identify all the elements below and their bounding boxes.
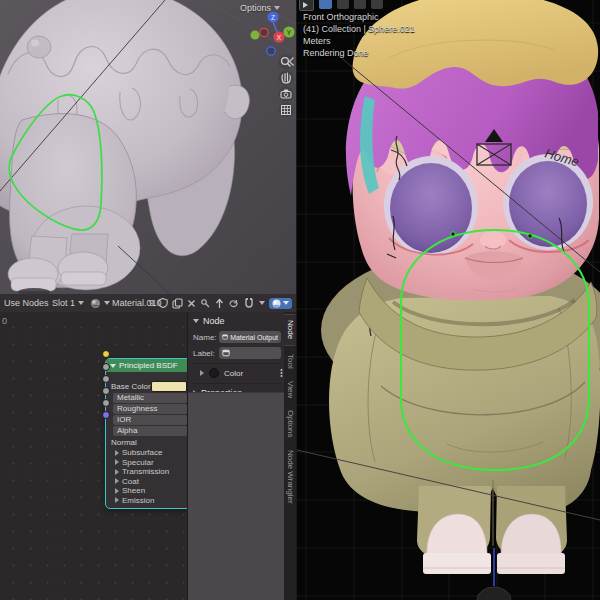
- pin-icon[interactable]: [200, 298, 211, 309]
- view-name-text: Front Orthographic: [303, 11, 415, 23]
- chevron-down-icon: [283, 301, 289, 305]
- label-row: Label:: [188, 346, 285, 360]
- tab-tool[interactable]: Tool: [284, 348, 296, 374]
- blender-window: Options Z X Y: [0, 0, 600, 600]
- material-browse-dropdown[interactable]: [90, 294, 110, 312]
- gizmo-axis-ball[interactable]: [251, 31, 260, 40]
- chevron-down-icon: [104, 301, 110, 305]
- section-coat[interactable]: Coat: [106, 477, 190, 487]
- editor-type-icon[interactable]: [299, 0, 314, 11]
- socket-alpha[interactable]: [102, 399, 110, 407]
- gizmo-y-label: Y: [287, 29, 292, 36]
- slot-dropdown[interactable]: Slot 1: [52, 294, 84, 312]
- tab-node-wrangler[interactable]: Node Wrangler: [284, 446, 296, 508]
- mode-button-active[interactable]: [319, 0, 332, 9]
- color-swatch[interactable]: [209, 368, 219, 378]
- node-panel-title: Node: [203, 316, 225, 326]
- normal-input-label: Normal: [106, 437, 190, 448]
- left-3d-viewport[interactable]: Options Z X Y: [0, 0, 296, 294]
- node-glyph-icon: [222, 333, 228, 341]
- chevron-right-icon: [115, 488, 119, 494]
- label-label: Label:: [188, 349, 219, 358]
- roughness-slider[interactable]: Roughness: [113, 404, 187, 414]
- chevron-right-icon: [115, 469, 119, 475]
- annotation-control-point[interactable]: [528, 234, 532, 238]
- chevron-down-icon[interactable]: [259, 301, 265, 305]
- socket-base-color[interactable]: [102, 350, 110, 358]
- gizmo-axis-neg-x[interactable]: [260, 28, 268, 36]
- viewport-info-overlay: Front Orthographic (41) Collection | Sph…: [303, 11, 415, 59]
- chevron-right-icon: [115, 497, 119, 503]
- tab-view[interactable]: View: [284, 377, 296, 403]
- material-sphere-icon: [90, 298, 101, 309]
- socket-metallic[interactable]: [102, 363, 110, 371]
- region-collapse-arrow-icon[interactable]: [288, 56, 295, 67]
- units-text: Meters: [303, 35, 415, 47]
- tab-options[interactable]: Options: [284, 406, 296, 442]
- alpha-label: Alpha: [117, 426, 137, 435]
- section-emission[interactable]: Emission: [106, 496, 190, 506]
- chevron-right-icon: [115, 450, 119, 456]
- node-body: Base Color Metallic Roughness IOR Alpha …: [106, 372, 190, 508]
- snap-magnet-icon[interactable]: [243, 298, 255, 309]
- rendered-character: Home: [297, 0, 600, 600]
- section-subsurface[interactable]: Subsurface: [106, 448, 190, 458]
- node-panel-header[interactable]: Node: [188, 314, 290, 328]
- section-specular[interactable]: Specular: [106, 458, 190, 468]
- node-label-field[interactable]: [219, 347, 281, 359]
- section-transmission[interactable]: Transmission: [106, 467, 190, 477]
- use-nodes-label: Use Nodes: [4, 298, 49, 308]
- socket-normal[interactable]: [102, 411, 110, 419]
- slot-label: Slot 1: [52, 298, 75, 308]
- metallic-slider[interactable]: Metallic: [113, 393, 187, 403]
- gizmo-axis-neg-z[interactable]: [267, 47, 275, 55]
- node-title: Principled BSDF: [119, 361, 178, 370]
- principled-bsdf-node[interactable]: Principled BSDF Base Color Metallic Roug…: [105, 358, 191, 509]
- alpha-slider[interactable]: Alpha: [113, 426, 187, 436]
- color-label: Color: [224, 369, 243, 378]
- chevron-right-icon: [115, 459, 119, 465]
- chevron-down-icon: [78, 301, 84, 305]
- chevron-down-icon: [193, 319, 199, 323]
- render-status-text: Rendering Done: [303, 47, 415, 59]
- render-viewport[interactable]: Home Front Orthographic (41): [297, 0, 600, 600]
- section-sheen[interactable]: Sheen: [106, 486, 190, 496]
- gizmo-z-label: Z: [271, 14, 275, 21]
- sidebar-tab-strip: Node Tool View Options Node Wrangler: [284, 312, 296, 600]
- node-name-field[interactable]: Material Output: [219, 331, 281, 343]
- fake-user-shield-icon[interactable]: [158, 297, 168, 309]
- node-header[interactable]: Principled BSDF: [106, 359, 190, 372]
- camera-view-icon[interactable]: [279, 87, 294, 102]
- base-color-swatch[interactable]: [151, 381, 187, 392]
- unlink-x-icon[interactable]: [187, 299, 196, 308]
- mode-button[interactable]: [337, 0, 349, 9]
- annotation-control-point[interactable]: [451, 232, 455, 236]
- shading-preview-button[interactable]: [269, 298, 292, 309]
- tab-node[interactable]: Node: [284, 314, 296, 346]
- socket-ior[interactable]: [102, 387, 110, 395]
- base-color-label: Base Color: [111, 382, 151, 391]
- panel-empty-area: [188, 392, 285, 600]
- duplicate-material-icon[interactable]: [172, 298, 183, 309]
- socket-roughness[interactable]: [102, 375, 110, 383]
- mode-button[interactable]: [354, 0, 366, 9]
- base-color-row[interactable]: Base Color: [106, 380, 190, 392]
- grid-ortho-icon[interactable]: [279, 103, 294, 118]
- navigation-gizmo[interactable]: Z X Y: [234, 8, 296, 60]
- name-label: Name:: [188, 333, 219, 342]
- canvas-stray-label: 0: [2, 316, 7, 326]
- cycle-arrows-icon[interactable]: [228, 298, 239, 309]
- users-count-badge[interactable]: 9: [149, 298, 154, 308]
- pan-hand-icon[interactable]: [279, 71, 294, 86]
- use-nodes-toggle[interactable]: Use Nodes: [4, 294, 49, 312]
- shading-sphere-icon: [272, 299, 281, 308]
- mode-button[interactable]: [371, 0, 383, 9]
- collapse-node-icon[interactable]: [110, 364, 116, 368]
- viewport-header-strip: [297, 0, 499, 9]
- shader-editor-header: Use Nodes Slot 1 Material.010 9: [0, 294, 296, 313]
- color-input-row[interactable]: Color: [188, 366, 297, 380]
- ior-label: IOR: [117, 415, 131, 424]
- arrow-up-icon[interactable]: [215, 298, 224, 309]
- ior-slider[interactable]: IOR: [113, 415, 187, 425]
- chevron-right-icon: [115, 478, 119, 484]
